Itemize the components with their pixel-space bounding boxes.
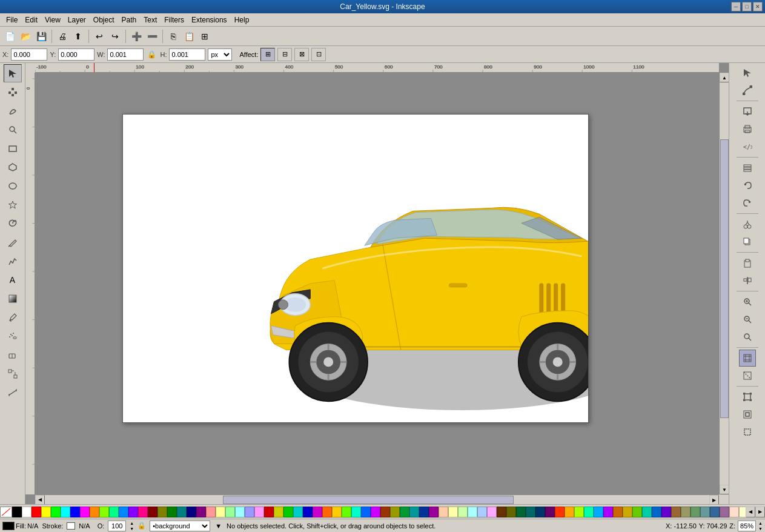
palette-color-swatch[interactable] [371, 507, 380, 517]
palette-color-swatch[interactable] [516, 507, 526, 517]
rp-fit-selection[interactable] [739, 424, 756, 441]
menu-view[interactable]: View [41, 15, 64, 25]
palette-color-swatch[interactable] [594, 507, 603, 517]
palette-color-swatch[interactable] [342, 507, 351, 517]
palette-color-swatch[interactable] [22, 507, 31, 517]
pencil-tool[interactable] [4, 233, 22, 251]
palette-color-swatch[interactable] [167, 507, 177, 517]
rp-cut[interactable] [739, 216, 756, 233]
affect-btn-1[interactable]: ⊞ [260, 48, 275, 61]
polygon-tool[interactable] [4, 158, 22, 176]
palette-color-swatch[interactable] [61, 507, 70, 517]
palette-color-swatch[interactable] [196, 507, 206, 517]
undo-button[interactable]: ↩ [92, 29, 107, 44]
palette-scroll-right[interactable]: ▶ [755, 507, 765, 517]
menu-help[interactable]: Help [231, 15, 253, 25]
no-color-swatch[interactable] [0, 507, 12, 517]
rp-align[interactable] [739, 272, 756, 289]
select-tool[interactable] [4, 64, 22, 82]
rp-xml[interactable]: </> [739, 138, 756, 155]
fill-color-box[interactable] [2, 522, 15, 530]
palette-color-swatch[interactable] [390, 507, 400, 517]
paste-button[interactable]: 📋 [182, 29, 196, 44]
palette-color-swatch[interactable] [235, 507, 245, 517]
connector-tool[interactable] [4, 365, 22, 383]
palette-color-swatch[interactable] [157, 507, 167, 517]
import-button[interactable]: ⬆ [71, 29, 85, 44]
palette-color-swatch[interactable] [661, 507, 671, 517]
rp-grid[interactable] [739, 350, 756, 367]
copy-button[interactable]: ⎘ [166, 29, 180, 44]
palette-color-swatch[interactable] [41, 507, 51, 517]
palette-color-swatch[interactable] [739, 507, 746, 517]
rp-fit-drawing[interactable] [739, 406, 756, 423]
palette-color-swatch[interactable] [99, 507, 109, 517]
palette-color-swatch[interactable] [487, 507, 497, 517]
palette-color-swatch[interactable] [506, 507, 516, 517]
rp-nodes[interactable] [739, 82, 756, 99]
palette-color-swatch[interactable] [380, 507, 390, 517]
h-input[interactable] [169, 48, 205, 61]
palette-color-swatch[interactable] [710, 507, 720, 517]
scrollbar-left-button[interactable]: ◀ [35, 495, 45, 505]
palette-color-swatch[interactable] [729, 507, 739, 517]
palette-color-swatch[interactable] [332, 507, 342, 517]
save-button[interactable]: 💾 [34, 29, 48, 44]
layer-arrow-icon[interactable]: ▼ [215, 522, 222, 530]
star-tool[interactable] [4, 196, 22, 214]
palette-color-swatch[interactable] [274, 507, 283, 517]
palette-color-swatch[interactable] [264, 507, 274, 517]
scrollbar-up-button[interactable]: ▲ [720, 73, 729, 82]
palette-color-swatch[interactable] [245, 507, 254, 517]
spiral-tool[interactable] [4, 214, 22, 233]
rp-layers[interactable] [739, 159, 756, 176]
palette-color-swatch[interactable] [623, 507, 632, 517]
print-button[interactable]: 🖨 [55, 29, 70, 44]
calligraphy-tool[interactable] [4, 252, 22, 270]
palette-color-swatch[interactable] [177, 507, 187, 517]
palette-color-swatch[interactable] [632, 507, 642, 517]
palette-color-swatch[interactable] [206, 507, 216, 517]
layer-selector[interactable]: •background [150, 520, 210, 531]
redo-button[interactable]: ↪ [108, 29, 122, 44]
close-button[interactable]: ✕ [753, 2, 763, 12]
palette-color-swatch[interactable] [400, 507, 409, 517]
duplicate-button[interactable]: ⊞ [197, 29, 212, 44]
rp-fit-page[interactable] [739, 388, 756, 405]
palette-color-swatch[interactable] [51, 507, 61, 517]
eyedropper-tool[interactable] [4, 308, 22, 327]
gradient-tool[interactable] [4, 290, 22, 308]
scrollbar-right-button[interactable]: ▶ [709, 495, 719, 504]
palette-color-swatch[interactable] [409, 507, 419, 517]
text-tool[interactable]: A [4, 271, 22, 289]
palette-color-swatch[interactable] [642, 507, 652, 517]
tweak-tool[interactable] [4, 102, 22, 120]
zoom-tool[interactable] [4, 121, 22, 139]
palette-color-swatch[interactable] [574, 507, 584, 517]
w-input[interactable] [107, 48, 144, 61]
palette-color-swatch[interactable] [148, 507, 157, 517]
palette-color-swatch[interactable] [254, 507, 264, 517]
horizontal-scrollbar[interactable]: ◀ ▶ [35, 494, 719, 504]
palette-color-swatch[interactable] [700, 507, 710, 517]
palette-color-swatch[interactable] [216, 507, 225, 517]
palette-color-swatch[interactable] [128, 507, 138, 517]
zoom-input[interactable] [738, 520, 756, 531]
rp-redo[interactable] [739, 195, 756, 211]
palette-color-swatch[interactable] [283, 507, 293, 517]
palette-color-swatch[interactable] [70, 507, 80, 517]
ellipse-tool[interactable] [4, 177, 22, 195]
palette-color-swatch[interactable] [526, 507, 535, 517]
rp-print[interactable] [739, 121, 756, 138]
stroke-color-box[interactable] [67, 522, 75, 530]
menu-path[interactable]: Path [118, 15, 141, 25]
palette-color-swatch[interactable] [119, 507, 128, 517]
lock-icon[interactable]: 🔒 [147, 50, 156, 59]
rp-zoom-in[interactable] [739, 293, 756, 310]
palette-color-swatch[interactable] [497, 507, 506, 517]
eraser-tool[interactable] [4, 346, 22, 364]
zoom-stepper[interactable]: ▲ ▼ [758, 520, 763, 531]
palette-color-swatch[interactable] [12, 507, 22, 517]
palette-color-swatch[interactable] [80, 507, 90, 517]
palette-color-swatch[interactable] [613, 507, 623, 517]
